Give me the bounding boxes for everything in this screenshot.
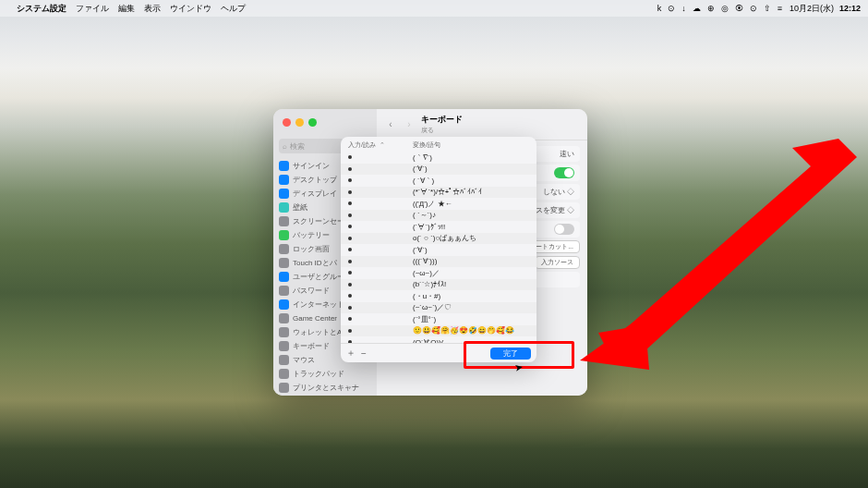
phrase-cell: (b´`☆)ﾅｲｽ! [413,280,446,288]
menubar-date[interactable]: 10月2日(水) [790,3,834,15]
bullet-icon [348,283,352,287]
sheet-rows[interactable]: (｀∇´)(`∀´)( ´∀｀)(*´∀`*)/☆+ﾟ☆ﾊﾞｲﾊﾞｲ(('Д')… [341,152,536,343]
bullet-icon [348,155,352,159]
menu-view[interactable]: 表示 [144,3,161,15]
sidebar-icon [279,202,289,213]
bullet-icon [348,225,352,228]
table-row[interactable]: (´∀`) [341,244,536,256]
sidebar-icon [279,161,289,171]
bullet-icon [348,271,352,274]
bullet-icon [348,248,352,251]
table-row[interactable]: (~ω~)／ [341,267,536,279]
menu-window[interactable]: ウインドウ [170,3,211,15]
status-icon[interactable]: ⊕ [707,4,715,13]
sidebar-item-label: Game Center [293,314,337,323]
status-icon[interactable]: k [657,4,662,13]
sidebar-item-label: デスクトップ [293,175,337,185]
status-icon[interactable]: ⊙ [750,4,757,13]
phrase-cell: (~ω~)／ [413,268,440,278]
sidebar-item[interactable]: プリンタとスキャナ [273,381,377,395]
sheet-header: 入力/読み⌃ 変換/語句 [341,137,536,152]
bullet-icon [348,190,352,194]
search-icon: ⌕ [283,142,287,151]
table-row[interactable]: 🙂😃🥰🤗🥳😍🤣😄🤭🥰😂 [341,325,536,337]
table-row[interactable]: (´∀`)ｸﾞｯ!! [341,221,536,233]
sidebar-icon [279,272,289,282]
control-center-icon[interactable]: ≡ [778,4,782,13]
forward-button[interactable]: › [403,118,416,131]
bullet-icon [348,329,352,333]
table-row[interactable]: ( `～´)♪ [341,210,536,222]
sidebar-item[interactable]: トラックパッド [273,367,377,381]
sidebar-icon [279,230,289,240]
back-button[interactable]: ‹ [384,118,397,131]
sidebar-icon [279,341,289,351]
sidebar-item-label: ユーザとグルー [293,272,344,282]
phrase-cell: (('Д')ノ ★← [413,199,452,209]
table-row[interactable]: (~´ω~`)／♡ [341,302,536,314]
remove-button[interactable]: − [361,348,367,359]
sidebar-icon [279,369,289,379]
table-row[interactable]: (`∀´) [341,164,536,176]
bullet-icon [348,167,352,171]
toggle[interactable] [554,224,574,235]
table-row[interactable]: (('Д')ノ ★← [341,198,536,210]
status-icon[interactable]: ☁ [693,4,701,13]
sidebar-icon [279,299,289,310]
status-icon[interactable]: ◎ [721,4,729,13]
table-row[interactable]: (｀∇´) [341,152,536,164]
phrase-cell: (｀∇´) [413,152,432,163]
sidebar-item-label: 壁紙 [293,202,307,213]
table-row[interactable]: (・u・#) [341,290,536,302]
table-row[interactable]: (b´`☆)ﾅｲｽ! [341,279,536,291]
bullet-icon [348,214,352,217]
menu-edit[interactable]: 編集 [118,3,135,15]
phrase-cell: (`∀´) [413,165,428,173]
bullet-icon [348,237,352,240]
phrase-cell: (´∀`)ｸﾞｯ!! [413,223,445,231]
sidebar-item-label: ウォレットとA [293,327,342,337]
table-row[interactable]: o(´ ○ `)○ばぁぁんち [341,233,536,245]
phrase-cell: (((´∀`))) [413,257,437,265]
bullet-icon [348,294,352,298]
sidebar-item-label: パスワード [293,286,330,296]
input-source-button[interactable]: 入力ソース [535,256,580,269]
status-icon[interactable]: ⇧ [764,4,771,13]
text-replacement-sheet: 入力/読み⌃ 変換/語句 (｀∇´)(`∀´)( ´∀｀)(*´∀`*)/☆+ﾟ… [341,137,536,362]
phrase-cell: ( ´∀｀) [413,176,434,186]
svg-marker-0 [598,139,857,351]
menubar-time[interactable]: 12:12 [839,4,861,13]
phrase-cell: (*´∀`*)/☆+ﾟ☆ﾊﾞｲﾊﾞｲ [413,188,482,196]
bullet-icon [348,260,352,263]
sidebar-item-label: ロック画面 [293,244,330,254]
sidebar-icon [279,216,289,226]
toggle[interactable] [554,167,574,178]
svg-marker-1 [580,314,649,370]
sidebar-icon [279,175,289,185]
sidebar-item-label: トラックパッド [293,369,344,379]
table-row[interactable]: (*´∀`*)/☆+ﾟ☆ﾊﾞｲﾊﾞｲ [341,187,536,199]
sidebar-item-label: サインイン [293,161,330,171]
column-reading[interactable]: 入力/読み⌃ [348,140,413,150]
status-icon[interactable]: ⊙ [668,4,675,13]
column-phrase[interactable]: 変換/語句 [413,140,529,150]
phrase-cell: ( `～´)♪ [413,210,436,220]
sidebar-item-label: バッテリー [293,230,330,240]
bullet-icon [348,201,352,205]
table-row[interactable]: (((´∀`))) [341,256,536,268]
table-row[interactable]: ( ´∀｀) [341,175,536,187]
app-title[interactable]: システム設定 [17,3,66,15]
minimize-button[interactable] [295,118,304,127]
close-button[interactable] [283,118,291,127]
sidebar-icon [279,286,289,296]
wifi-icon[interactable]: ⦿ [735,4,743,13]
table-row[interactable]: (`°皿°`) [341,313,536,325]
add-button[interactable]: ＋ [346,347,356,360]
phrase-cell: (~´ω~`)／♡ [413,302,452,312]
sidebar-item-label: キーボード [293,341,330,351]
menu-file[interactable]: ファイル [76,3,109,15]
zoom-button[interactable] [308,118,317,127]
settings-header: ‹ › キーボード 戻る [377,109,587,140]
status-icon[interactable]: ↓ [681,4,686,13]
menu-help[interactable]: ヘルプ [221,3,246,15]
